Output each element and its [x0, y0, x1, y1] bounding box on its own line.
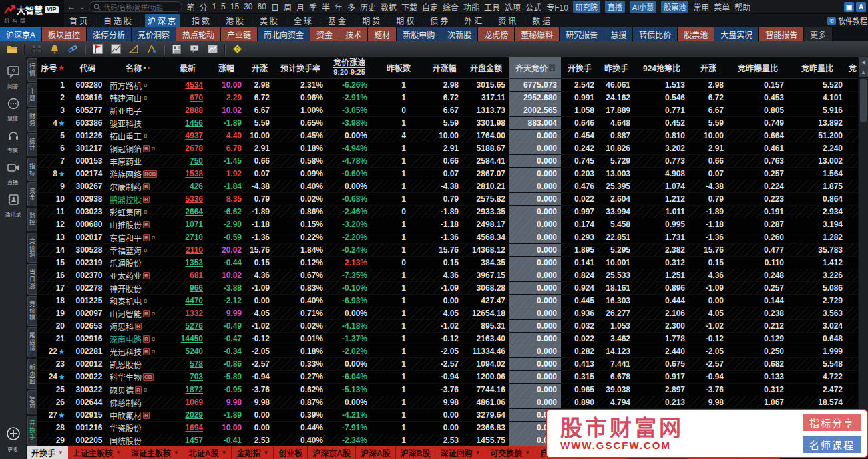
rail-item-问答[interactable]: ?问答 [0, 63, 26, 93]
column-header-代码[interactable]: 代码 [69, 57, 107, 78]
column-header-竞[interactable]: 竞 [847, 57, 859, 78]
market-nav-item[interactable]: 指数 [189, 14, 214, 27]
column-header-924抢筹比[interactable]: 924抢筹比 [634, 57, 689, 78]
menu-item[interactable]: 功能 [463, 1, 479, 13]
bottom-tab-北证A股[interactable]: 北证A股▼ [184, 446, 232, 459]
scrollbar-thumb[interactable] [860, 79, 867, 122]
monitor-icon[interactable]: ▣ [844, 2, 854, 12]
table-row[interactable]: 5001226拓山重工¤49374.4010.000.45%0.00%410.0… [37, 130, 859, 142]
function-tab[interactable]: 更多 [804, 27, 833, 41]
side-tab-指标[interactable]: 指标 [27, 158, 37, 181]
function-tab[interactable]: 研究报告 [560, 27, 604, 41]
function-tab[interactable]: 热点轮动 [176, 27, 221, 41]
table-row[interactable]: 22★002281光迅科技R¤5240-0.34-2.050.18%-2.02%… [37, 345, 859, 358]
bottom-tab-金期指[interactable]: 金期指▼ [232, 446, 274, 459]
help-icon[interactable]: ? [231, 43, 243, 55]
flag-chart-icon[interactable] [91, 43, 103, 55]
rail-item-通讯录[interactable]: 通讯录 [0, 191, 26, 221]
menu-item[interactable]: 年 [335, 1, 343, 13]
vertical-scrollbar[interactable]: ◀ ▲ [858, 57, 868, 446]
ruler-icon[interactable] [128, 43, 140, 55]
menu-item[interactable]: 5 [221, 2, 226, 11]
market-nav-item[interactable]: 沪深京 [145, 14, 180, 27]
function-tab[interactable]: 题材 [368, 27, 397, 41]
menu-item[interactable]: 综合 [443, 1, 459, 13]
bottom-tab-沪深B股[interactable]: 沪深B股 [396, 446, 436, 459]
market-nav-item[interactable]: 期货 [359, 14, 385, 27]
function-tab[interactable]: 竞价洞察 [132, 27, 176, 41]
menu-item[interactable]: 自定 [422, 1, 438, 13]
table-row[interactable]: 4★603386骏亚科技1456-1.895.590.65%-3.98%15.5… [37, 117, 859, 130]
market-nav-item[interactable]: 数据 [529, 14, 555, 27]
menu-item[interactable]: 历史 [360, 1, 376, 13]
side-tab-竞价洞[interactable]: 竞价洞 [27, 233, 37, 263]
market-nav-item[interactable]: 港股 [223, 14, 248, 27]
menu-item[interactable]: 菜单 [714, 1, 730, 13]
bottom-tab-深证主板核[interactable]: 深证主板核▼ [126, 446, 184, 459]
search-input[interactable]: 代码/名称/简拼/功能 [89, 1, 182, 12]
table-row[interactable]: 10002938鹏鼎控股R53368.350.790.02%-0.68%10.7… [37, 193, 859, 206]
function-tab[interactable]: 新股申购 [397, 27, 441, 41]
bottom-tab-沪深A股[interactable]: 沪深A股 [356, 446, 396, 459]
column-header-昨板数[interactable]: 昨板数 [371, 57, 426, 78]
side-tab-当日涨[interactable]: 当日涨 [27, 264, 37, 294]
function-tab[interactable]: 技术 [339, 27, 368, 41]
compass-icon[interactable] [146, 43, 158, 55]
table-row[interactable]: 17002278神开股份966-3.88-1.090.83%-0.10%1-1.… [37, 282, 859, 295]
column-header-竞价涨速[interactable]: 竞价涨速9:20-9:25 [327, 57, 371, 78]
function-tab[interactable]: 龙虎榜 [478, 27, 515, 41]
menu-item[interactable]: 公式 [525, 1, 541, 13]
function-tab[interactable]: 涨停分析 [87, 27, 132, 41]
font-a-icon[interactable]: A [856, 2, 866, 12]
menu-item[interactable]: 常用 [693, 1, 709, 13]
table-row[interactable]: 7000153丰原药业750-1.450.660.58%-4.78%10.662… [37, 155, 859, 168]
rail-item-专属[interactable]: 专属 [0, 127, 26, 157]
menu-pill[interactable]: 研究院 [573, 1, 600, 13]
chart-icon[interactable] [110, 43, 122, 55]
column-header-开涨幅[interactable]: 开涨幅 [426, 57, 463, 78]
side-tab-统计[interactable]: 统计 [27, 133, 37, 156]
table-row[interactable]: 6301217铜冠铜箔R¤26786.782.910.18%-4.94%12.9… [37, 142, 859, 155]
function-tab[interactable]: 南北向资金 [258, 27, 310, 41]
column-header-开涨[interactable]: 开涨 [689, 57, 728, 78]
bottom-tab-沪深京A股[interactable]: 沪深京A股 [308, 446, 356, 459]
menu-item[interactable]: 30 [244, 2, 252, 11]
market-nav-item[interactable]: 资讯 [495, 14, 521, 27]
menu-pill[interactable]: AI小慧 [630, 1, 656, 13]
report-icon[interactable] [170, 43, 182, 55]
menu-item[interactable]: 下载 [401, 1, 417, 13]
menu-item[interactable]: 日 [271, 1, 279, 13]
column-header-开换手[interactable]: 开换手 [561, 57, 598, 78]
function-tab[interactable]: 转债比价 [633, 27, 678, 41]
link-icon[interactable] [67, 43, 79, 55]
menu-item[interactable]: 帮助 [734, 1, 750, 13]
table-row[interactable]: 14300528幸福蓝海¤211020.0215.761.84%-0.24%11… [37, 244, 859, 257]
table-row[interactable]: 13002017东信和平R¤2710-0.59-1.360.22%-2.20%1… [37, 231, 859, 244]
column-header-竞昨爆量比[interactable]: 竞昨爆量比 [728, 57, 788, 78]
binoculars-icon[interactable] [31, 43, 43, 55]
folder-icon[interactable] [6, 43, 18, 55]
bottom-tab-上证主板核[interactable]: 上证主板核▼ [68, 446, 126, 459]
function-tab[interactable]: 板块监控 [42, 27, 87, 41]
scroll-up-icon[interactable]: ▲ [859, 67, 868, 78]
menu-item[interactable]: 1 [212, 2, 216, 11]
side-tab-复盘[interactable]: 复盘 [27, 390, 37, 414]
table-row[interactable]: 2603616韩建河山¤6702.296.720.96%-2.91%16.723… [37, 92, 859, 104]
table-row[interactable]: 11003023彩虹集团¤2664-6.62-1.890.86%-2.46%0-… [37, 206, 859, 218]
table-row[interactable]: 21002916深南电路R¤14450-0.47-0.120.01%-1.37%… [37, 333, 859, 345]
trend-icon[interactable] [206, 43, 218, 55]
column-header-名称[interactable]: 名称●▪ [107, 57, 168, 78]
function-tab[interactable]: 智能报告 [759, 27, 804, 41]
bottom-tab-深证回购[interactable]: 深证回购▼ [435, 446, 485, 459]
bottom-tab-创业板[interactable]: 创业板 [274, 446, 308, 459]
function-tab[interactable]: 大盘实况 [714, 27, 759, 41]
rail-item-慧信[interactable]: 慧信 [0, 95, 26, 125]
table-row[interactable]: 20002653海思科R5276-0.49-1.020.02%-4.18%1-1… [37, 320, 859, 333]
bell-icon[interactable] [49, 43, 61, 55]
column-header-最新[interactable]: 最新 [168, 57, 207, 78]
function-tab[interactable]: 产业链 [221, 27, 258, 41]
table-row[interactable]: 24★002022科华生物CB703-5.89-0.940.27%-6.04%1… [37, 371, 859, 384]
side-tab-开换手[interactable]: 开换手 [27, 416, 37, 446]
table-row[interactable]: 16002370亚太药业R68110.024.360.67%-7.35%14.3… [37, 269, 859, 282]
chevron-down-icon[interactable]: ⌄ [79, 0, 85, 14]
